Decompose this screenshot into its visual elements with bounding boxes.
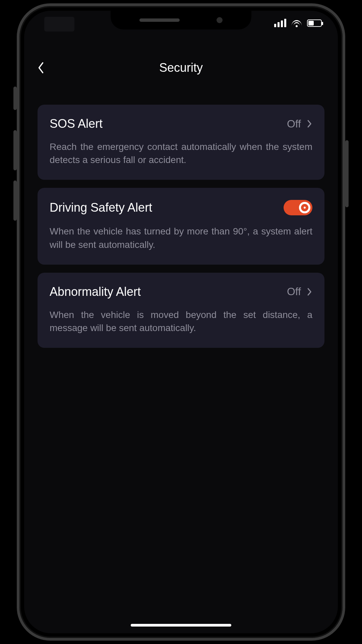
status-bar-right [274,19,322,27]
status-left-block [44,17,74,32]
wifi-icon [292,19,302,27]
screen: Security SOS Alert Off Reach the emergen… [24,11,338,633]
phone-frame: Security SOS Alert Off Reach the emergen… [17,3,345,641]
page-header: Security [24,54,338,81]
driving-safety-description: When the vehicle has turned by more than… [50,225,312,251]
chevron-right-icon [307,287,312,297]
chevron-right-icon [307,119,312,128]
sos-alert-description: Reach the emergency contact automaticall… [50,140,312,166]
card-sos-alert[interactable]: SOS Alert Off Reach the emergency contac… [38,105,324,180]
chevron-left-icon [37,61,45,74]
side-button [13,130,17,170]
driving-safety-toggle[interactable] [284,200,312,215]
side-button [13,180,17,221]
home-indicator[interactable] [131,624,231,627]
notch [111,11,251,30]
abnormality-alert-value-nav[interactable]: Off [287,285,312,298]
card-driving-safety-alert: Driving Safety Alert When the vehicle ha… [38,188,324,264]
sos-alert-label: SOS Alert [50,117,103,131]
card-abnormality-alert[interactable]: Abnormality Alert Off When the vehicle i… [38,273,324,348]
back-button[interactable] [34,60,48,75]
side-button [345,140,349,207]
sos-alert-value: Off [287,118,301,130]
cellular-signal-icon [274,19,286,27]
speaker-grille [139,18,180,22]
toggle-knob [299,202,310,213]
side-button [13,87,17,110]
driving-safety-label: Driving Safety Alert [50,201,152,215]
abnormality-alert-description: When the vehicle is moved beyond the set… [50,308,312,334]
battery-icon [307,19,322,27]
abnormality-alert-label: Abnormality Alert [50,285,141,299]
page-title: Security [159,61,203,75]
abnormality-alert-value: Off [287,285,301,298]
front-camera [217,17,223,23]
sos-alert-value-nav[interactable]: Off [287,118,312,130]
settings-list: SOS Alert Off Reach the emergency contac… [38,105,324,348]
